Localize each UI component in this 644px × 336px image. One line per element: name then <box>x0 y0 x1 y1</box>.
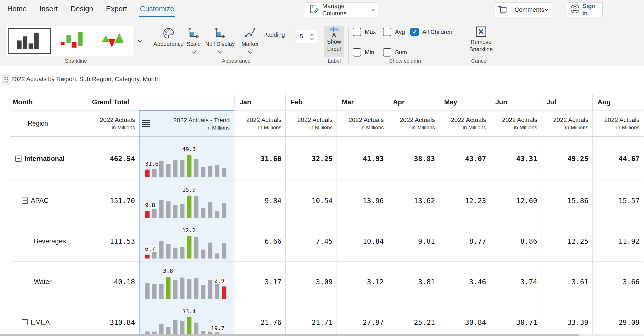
checkbox-min[interactable]: Min <box>353 48 374 57</box>
padding-stepper[interactable]: 5 <box>295 30 317 43</box>
row-label-beverages[interactable]: Beverages <box>10 221 87 262</box>
col-group-apr[interactable]: Apr <box>388 94 439 111</box>
spark-bar <box>159 161 164 177</box>
row-header-region[interactable]: Region <box>10 111 87 137</box>
col-group-jun[interactable]: Jun <box>490 94 541 111</box>
collapse-icon[interactable] <box>22 319 28 325</box>
col-header-aug-actuals[interactable]: 2022 Actuals in Millions <box>592 111 643 137</box>
col-header-apr-actuals[interactable]: 2022 Actuals in Millions <box>388 111 439 137</box>
remove-sparkline-text: Remove <box>471 38 491 46</box>
spark-bar <box>222 243 226 259</box>
row-label-emea[interactable]: EMEA <box>10 302 87 336</box>
cell-value: 12.23 <box>439 180 490 221</box>
checkbox-all-children[interactable]: All Children <box>410 28 452 36</box>
manage-columns-button[interactable]: Manage Columns <box>305 2 378 17</box>
col-header-jan-actuals[interactable]: 2022 Actuals in Millions <box>234 111 285 137</box>
null-display-button[interactable]: Null Display <box>204 26 236 53</box>
show-label-button[interactable]: A Show Label <box>324 26 344 57</box>
collapse-icon[interactable] <box>15 156 22 162</box>
spark-bar <box>152 169 157 177</box>
col-group-jul[interactable]: Jul <box>541 94 592 111</box>
column-subtitle: in Millions <box>309 124 333 131</box>
col-header-may-actuals[interactable]: 2022 Actuals in Millions <box>439 111 490 137</box>
sparkline-cell[interactable]: 3.82.9 <box>139 262 234 302</box>
comments-button[interactable]: Comments <box>494 2 552 17</box>
sparkline-cell[interactable]: 33.419.7 <box>139 302 234 336</box>
sign-in-button[interactable]: Sign in <box>567 2 603 17</box>
checkbox-checked-icon[interactable] <box>410 28 419 36</box>
chevron-down-icon[interactable] <box>191 50 196 54</box>
horizontal-scrollbar[interactable] <box>0 334 644 336</box>
stepper-down-icon[interactable] <box>310 37 313 40</box>
checkbox-icon[interactable] <box>353 28 361 36</box>
spark-bar <box>201 285 205 299</box>
chevron-down-icon[interactable] <box>218 50 222 54</box>
tab-insert[interactable]: Insert <box>39 4 58 16</box>
sparkline-cell[interactable]: 6.712.2 <box>139 221 234 262</box>
collapse-icon[interactable] <box>22 198 28 204</box>
checkbox-max[interactable]: Max <box>353 28 376 36</box>
gallery-expand-button[interactable] <box>134 26 146 56</box>
column-title: 2022 Actuals <box>604 116 640 124</box>
cell-value: 30.84 <box>439 302 490 336</box>
sparkline-cell[interactable]: 9.815.9 <box>139 180 234 221</box>
cell-value: 15.57 <box>592 180 643 221</box>
remove-sparkline-button[interactable]: Remove Sparkline <box>465 26 497 53</box>
appearance-button[interactable]: Appearance <box>154 26 183 47</box>
checkbox-sum[interactable]: Sum <box>383 48 407 57</box>
col-header-feb-actuals[interactable]: 2022 Actuals in Millions <box>285 111 337 137</box>
spark-value-label: 15.9 <box>181 186 197 193</box>
spark-bar <box>215 165 219 177</box>
marker-button[interactable]: Marker <box>238 26 262 53</box>
row-label-apac[interactable]: APAC <box>10 180 87 221</box>
spark-bar <box>166 277 171 299</box>
sparkline-cell[interactable]: 31.649.3 <box>139 137 234 180</box>
spark-bar <box>166 164 171 177</box>
sparkline-style-column[interactable] <box>8 28 51 54</box>
scrollbar-thumb[interactable] <box>0 334 579 336</box>
padding-value[interactable]: 5 <box>295 33 307 40</box>
checkbox-icon[interactable] <box>383 28 391 36</box>
col-header-month[interactable]: Month <box>10 94 87 111</box>
cell-value: 21.71 <box>285 302 337 336</box>
checkbox-icon[interactable] <box>353 48 361 57</box>
checkbox-avg-label: Avg <box>395 29 405 35</box>
col-group-jan[interactable]: Jan <box>234 94 285 111</box>
column-title: 2022 Actuals <box>400 116 435 124</box>
col-header-trend-selected[interactable]: 2022 Actuals - Trend in Millions <box>139 111 234 137</box>
drag-handle[interactable] <box>2 74 10 85</box>
cell-value: 9.81 <box>388 221 439 262</box>
sparkline-style-markers[interactable] <box>96 28 131 54</box>
tab-export[interactable]: Export <box>106 4 127 16</box>
spark-bar <box>159 284 164 299</box>
col-group-mar[interactable]: Mar <box>337 94 388 111</box>
checkbox-avg[interactable]: Avg <box>383 28 405 36</box>
spark-value-label: 33.4 <box>181 308 197 315</box>
tab-customize[interactable]: Customize <box>140 4 174 16</box>
col-group-may[interactable]: May <box>439 94 490 111</box>
column-menu-icon[interactable] <box>142 120 150 128</box>
row-label-international[interactable]: International <box>10 137 87 180</box>
sparkline-style-variance[interactable] <box>55 28 91 54</box>
spark-bar <box>152 252 157 259</box>
chevron-down-icon[interactable] <box>248 50 252 54</box>
cell-value: 3.74 <box>490 262 541 302</box>
tab-home[interactable]: Home <box>7 4 27 16</box>
col-header-jul-actuals[interactable]: 2022 Actuals in Millions <box>541 111 592 137</box>
spark-value-label: 6.7 <box>144 245 157 252</box>
col-group-feb[interactable]: Feb <box>285 94 337 111</box>
col-header-grand-total-actuals[interactable]: 2022 Actuals in Millions <box>87 111 139 137</box>
scale-button[interactable]: Scale <box>185 26 202 53</box>
checkbox-icon[interactable] <box>383 48 391 57</box>
row-label-water[interactable]: Water <box>10 262 87 302</box>
spark-bar <box>159 241 164 259</box>
column-subtitle: in Millions <box>616 124 640 131</box>
cell-value: 3.61 <box>541 262 592 302</box>
spark-bar <box>187 155 191 177</box>
col-group-aug[interactable]: Aug <box>592 94 643 111</box>
person-icon <box>570 4 580 16</box>
tab-design[interactable]: Design <box>70 4 93 16</box>
col-header-mar-actuals[interactable]: 2022 Actuals in Millions <box>337 111 388 137</box>
col-header-jun-actuals[interactable]: 2022 Actuals in Millions <box>490 111 541 137</box>
col-group-grand-total[interactable]: Grand Total <box>87 94 234 111</box>
